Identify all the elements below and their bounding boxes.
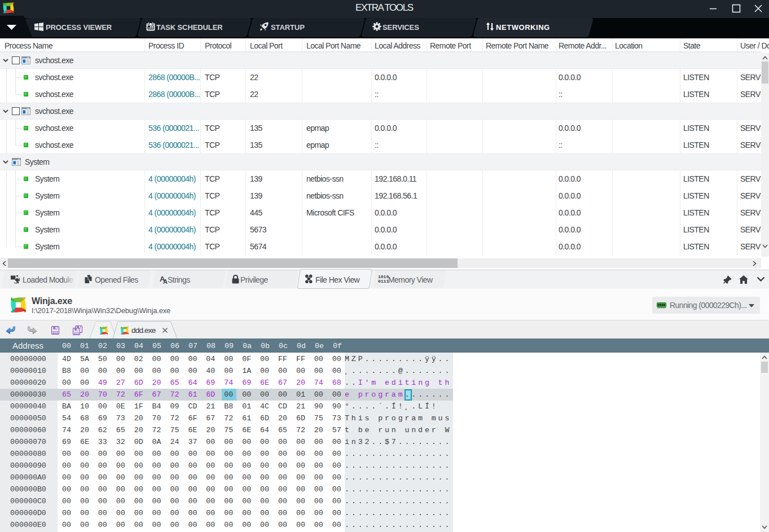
svg-text:A: A (163, 278, 168, 284)
